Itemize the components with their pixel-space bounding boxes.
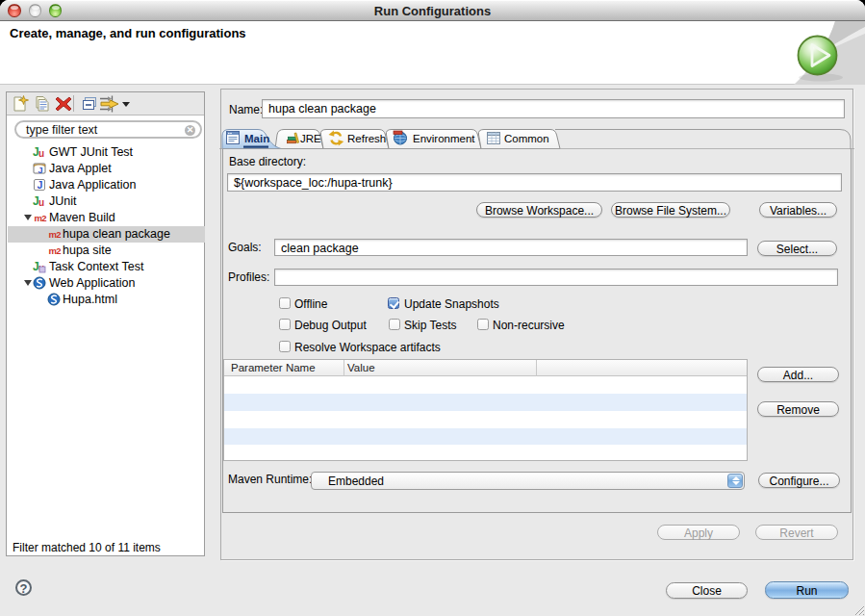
svg-text:J: J — [38, 165, 43, 174]
svg-text:u: u — [38, 148, 44, 159]
svg-text:u: u — [38, 197, 44, 208]
svg-text:J: J — [38, 179, 43, 191]
